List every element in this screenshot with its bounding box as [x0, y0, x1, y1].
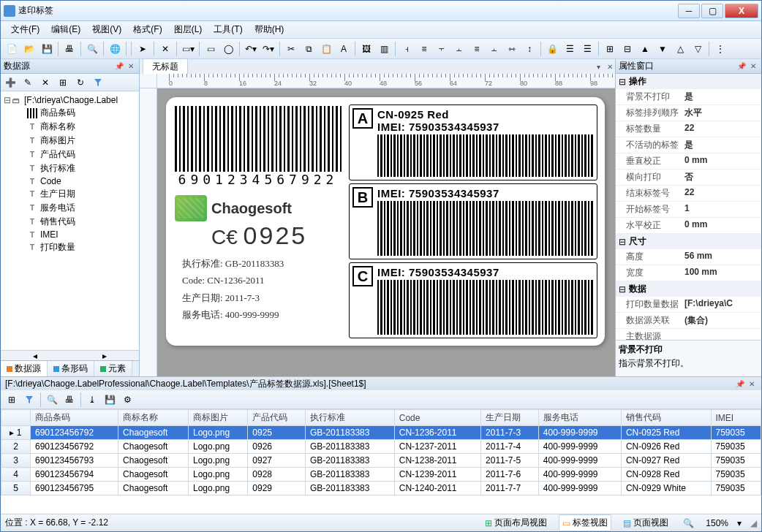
tree-root-node[interactable]: ⊟ 🗃 [F:\drieya\Chaoge.Label [2, 94, 137, 106]
grid-header[interactable]: 执行标准 [306, 410, 395, 426]
label-info-line[interactable]: 生产日期: 2011-7-3 [182, 289, 342, 306]
globe-button[interactable]: 🌐 [107, 41, 123, 57]
property-value[interactable]: (集合) [682, 313, 761, 328]
grid-cell[interactable]: 400-999-9999 [538, 454, 621, 468]
property-row[interactable]: 标签数量22 [616, 121, 761, 137]
table-row[interactable]: 1690123456792ChaogesoftLogo.png0925GB-20… [1, 426, 761, 440]
label-info-line[interactable]: 执行标准: GB-201183383 [182, 255, 342, 272]
panel-pin-icon[interactable]: 📌 [736, 61, 747, 72]
tree-item[interactable]: T产品代码 [2, 148, 137, 162]
preview-button[interactable]: 🔍 [84, 41, 100, 57]
label-right-cell[interactable]: ACN-0925 RedIMEI: 75903534345937 [349, 104, 597, 180]
grid-cell[interactable]: 759035 [711, 482, 761, 495]
grid-cell[interactable]: Chaogesoft [118, 440, 189, 454]
doc-close-icon[interactable]: ✕ [605, 61, 615, 72]
property-value[interactable]: 是 [682, 89, 761, 104]
grid-cell[interactable]: 400-999-9999 [538, 426, 621, 440]
property-value[interactable]: [F:\drieya\C [682, 297, 761, 312]
grid-cell[interactable]: CN-1238-2011 [394, 454, 480, 468]
maximize-button[interactable]: ▢ [701, 4, 723, 18]
panel-close-icon[interactable]: ✕ [748, 61, 758, 72]
panel-tab[interactable]: 数据源 [1, 361, 48, 376]
property-value[interactable] [682, 329, 761, 340]
panel-close-icon[interactable]: ✕ [126, 61, 136, 72]
align-bottom-button[interactable]: ⫠ [486, 41, 502, 57]
property-row[interactable]: 数据源关联(集合) [616, 313, 761, 329]
grid-header[interactable]: Code [394, 410, 480, 426]
bwd-button[interactable]: ▽ [690, 41, 706, 57]
menu-item[interactable]: 编辑(E) [45, 22, 86, 37]
property-row[interactable]: 结束标签号22 [616, 186, 761, 202]
grid-cell[interactable]: 0928 [248, 468, 306, 482]
dist-h-button[interactable]: ⇿ [504, 41, 520, 57]
grid-header[interactable]: 商标名称 [118, 410, 189, 426]
align-left-button[interactable]: ⫞ [399, 41, 415, 57]
grid-cell[interactable]: GB-201183383 [306, 468, 395, 482]
group-button[interactable]: ⊞ [602, 41, 618, 57]
layer2-button[interactable]: ☰ [579, 41, 595, 57]
tree-item[interactable]: T执行标准 [2, 162, 137, 175]
grid-cell[interactable]: 759035 [711, 468, 761, 482]
property-row[interactable]: 水平校正0 mm [616, 218, 761, 234]
grid-header[interactable]: 生产日期 [481, 410, 539, 426]
grid-cell[interactable]: CN-0928 Red [621, 468, 711, 482]
property-row[interactable]: 主数据源 [616, 329, 761, 340]
property-value[interactable]: 0 mm [682, 153, 761, 169]
view-page-button[interactable]: ▤页面视图 [620, 515, 671, 531]
align-center-button[interactable]: ≡ [416, 41, 432, 57]
grid-cell[interactable]: 4 [1, 468, 31, 482]
grid-cell[interactable]: CN-0925 Red [621, 426, 711, 440]
table-row[interactable]: 3690123456793ChaogesoftLogo.png0927GB-20… [1, 454, 761, 468]
paste-button[interactable]: 📋 [318, 41, 334, 57]
grid-cell[interactable]: 0927 [248, 454, 306, 468]
combo-button[interactable]: ▭▾ [180, 41, 196, 57]
panel-tab[interactable]: 条形码 [48, 361, 94, 376]
menu-item[interactable]: 工具(T) [208, 22, 248, 37]
brand-name[interactable]: Chaogesoft [211, 201, 292, 216]
grid-cell[interactable]: Logo.png [189, 482, 248, 495]
table-row[interactable]: 4690123456794ChaogesoftLogo.png0928GB-20… [1, 468, 761, 482]
menu-item[interactable]: 帮助(H) [249, 22, 290, 37]
property-value[interactable]: 0 mm [682, 218, 761, 233]
text-button[interactable]: A [336, 41, 352, 57]
brand-logo-icon[interactable] [175, 195, 207, 221]
tree-item[interactable]: T服务电话 [2, 201, 137, 215]
print-button[interactable]: 🖶 [61, 41, 78, 57]
grid-cell[interactable]: Chaogesoft [118, 426, 189, 440]
print-button[interactable]: 🖶 [61, 392, 78, 408]
grid-cell[interactable]: 400-999-9999 [538, 468, 621, 482]
property-category[interactable]: ⊟操作 [616, 74, 761, 89]
property-value[interactable]: 否 [682, 170, 761, 185]
panel-tab[interactable]: 元素 [94, 361, 132, 376]
document-tab[interactable]: 无标题 [143, 58, 188, 75]
grid-cell[interactable]: CN-0926 Red [621, 440, 711, 454]
grid-header[interactable]: 销售代码 [621, 410, 711, 426]
edit-datasource-button[interactable]: ✎ [20, 75, 36, 91]
property-value[interactable]: 56 mm [682, 249, 761, 265]
grid-cell[interactable]: 2011-7-4 [481, 440, 539, 454]
grid-cell[interactable]: Logo.png [189, 440, 248, 454]
fwd-button[interactable]: △ [672, 41, 688, 57]
grid-cell[interactable]: CN-1236-2011 [394, 426, 480, 440]
menu-item[interactable]: 文件(F) [5, 22, 45, 37]
grid-cell[interactable]: 759035 [711, 426, 761, 440]
property-category[interactable]: ⊟尺寸 [616, 234, 761, 249]
zoom-fit-button[interactable]: 🔍 [680, 517, 697, 530]
grid-cell[interactable]: 400-999-9999 [538, 482, 621, 495]
save-button[interactable]: 💾 [102, 392, 118, 408]
grid-cell[interactable]: 759035 [711, 440, 761, 454]
refresh-button[interactable]: ↻ [72, 75, 88, 91]
grid-cell[interactable]: 2011-7-3 [481, 426, 539, 440]
grid-cell[interactable]: CN-1239-2011 [394, 468, 480, 482]
open-file-button[interactable]: 📂 [21, 41, 37, 57]
menu-item[interactable]: 图层(L) [168, 22, 208, 37]
grid-cell[interactable]: GB-201183383 [306, 426, 395, 440]
table-row[interactable]: 2690123456792ChaogesoftLogo.png0926GB-20… [1, 440, 761, 454]
front-button[interactable]: ▲ [637, 41, 653, 57]
grid-cell[interactable]: 0926 [248, 440, 306, 454]
undo-button[interactable]: ↶▾ [243, 41, 259, 57]
cut-button[interactable]: ✂ [283, 41, 299, 57]
grid-cell[interactable]: Chaogesoft [118, 468, 189, 482]
data-grid[interactable]: 商品条码商标名称商标图片产品代码执行标准Code生产日期服务电话销售代码IMEI… [1, 409, 761, 495]
property-row[interactable]: 标签排列顺序水平 [616, 105, 761, 121]
